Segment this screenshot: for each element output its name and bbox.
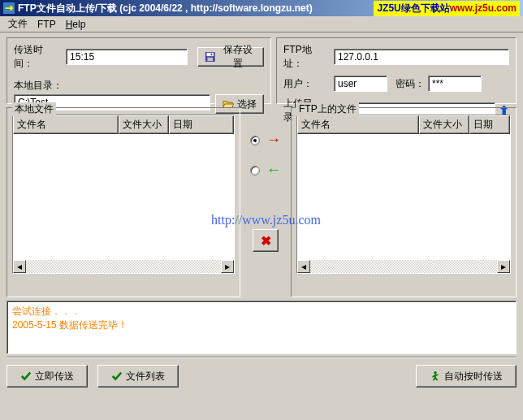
save-icon	[205, 51, 216, 63]
local-files-fieldset: 本地文件 文件名 文件大小 日期 ◂ ▸	[6, 107, 240, 297]
local-dir-label: 本地目录：	[14, 79, 264, 93]
time-label: 传送时间：	[14, 43, 61, 71]
local-list-body[interactable]	[13, 134, 234, 260]
col-size[interactable]: 文件大小	[119, 115, 169, 134]
scroll-right-icon[interactable]: ▸	[221, 260, 234, 273]
local-list-header: 文件名 文件大小 日期	[13, 115, 234, 134]
col-size[interactable]: 文件大小	[419, 115, 469, 134]
ftp-pass-label: 密码：	[395, 77, 425, 91]
ftp-pass-input[interactable]	[428, 76, 482, 92]
log-line: 尝试连接．．．	[12, 305, 511, 318]
col-date[interactable]: 日期	[169, 115, 234, 134]
ftp-list-body[interactable]	[297, 134, 510, 260]
col-name[interactable]: 文件名	[297, 115, 419, 134]
send-now-button[interactable]: 立即传送	[6, 365, 88, 388]
local-files-list[interactable]: 文件名 文件大小 日期 ◂ ▸	[12, 115, 235, 274]
menu-file[interactable]: 文件	[3, 15, 32, 32]
upload-radio[interactable]	[250, 136, 260, 145]
scroll-left-icon[interactable]: ◂	[13, 260, 26, 273]
ftp-files-fieldset: FTP上的文件 文件名 文件大小 日期 ◂ ▸	[291, 107, 517, 297]
svg-point-5	[434, 371, 437, 375]
scrollbar[interactable]: ◂ ▸	[297, 260, 510, 273]
ftp-user-input[interactable]	[334, 76, 387, 92]
x-icon: ✖	[261, 233, 271, 249]
svg-rect-2	[207, 53, 214, 56]
ftp-user-label: 用户：	[283, 77, 331, 91]
ftp-addr-input[interactable]	[334, 49, 509, 65]
download-radio[interactable]	[250, 166, 260, 175]
menu-help[interactable]: Help	[61, 17, 91, 32]
person-run-icon	[430, 370, 441, 382]
check-icon	[111, 370, 123, 382]
col-date[interactable]: 日期	[469, 115, 510, 134]
scroll-left-icon[interactable]: ◂	[297, 260, 310, 273]
svg-rect-3	[207, 58, 213, 61]
menubar: 文件 FTP Help	[0, 16, 523, 32]
app-icon	[3, 2, 15, 14]
log-panel: 尝试连接．．． 2005-5-15 数据传送完毕！	[6, 301, 517, 354]
window-title: FTP文件自动上传/下载 (cjc 2004/6/22 , http://sof…	[18, 2, 374, 15]
local-settings-panel: 传送时间： 保存设置 本地目录： 选择	[6, 37, 271, 104]
file-list-button[interactable]: 文件列表	[97, 365, 179, 388]
promo-banner: JZ5U绿色下载站www.jz5u.com	[374, 1, 520, 16]
check-icon	[20, 370, 32, 382]
scrollbar[interactable]: ◂ ▸	[13, 260, 234, 273]
auto-send-button[interactable]: 自动按时传送	[416, 365, 517, 388]
arrow-left-icon: ←	[266, 162, 281, 179]
ftp-list-header: 文件名 文件大小 日期	[297, 115, 510, 134]
col-name[interactable]: 文件名	[13, 115, 119, 134]
svg-rect-4	[211, 54, 213, 56]
ftp-settings-panel: FTP地址： 用户： 密码： 上传目录： ⬆	[276, 37, 517, 104]
ftp-addr-label: FTP地址：	[283, 43, 331, 71]
arrow-right-icon: →	[266, 132, 281, 149]
titlebar: FTP文件自动上传/下载 (cjc 2004/6/22 , http://sof…	[0, 0, 523, 16]
transfer-controls: → ← ✖	[244, 107, 287, 297]
save-settings-button[interactable]: 保存设置	[197, 47, 264, 67]
delete-button[interactable]: ✖	[253, 229, 279, 252]
log-line: 2005-5-15 数据传送完毕！	[12, 318, 511, 332]
local-files-legend: 本地文件	[12, 102, 56, 116]
menu-ftp[interactable]: FTP	[32, 17, 61, 32]
bottom-toolbar: 立即传送 文件列表 自动按时传送	[6, 357, 517, 388]
time-input[interactable]	[66, 49, 188, 65]
ftp-files-legend: FTP上的文件	[296, 102, 359, 116]
ftp-files-list[interactable]: 文件名 文件大小 日期 ◂ ▸	[296, 115, 511, 274]
scroll-right-icon[interactable]: ▸	[497, 260, 510, 273]
